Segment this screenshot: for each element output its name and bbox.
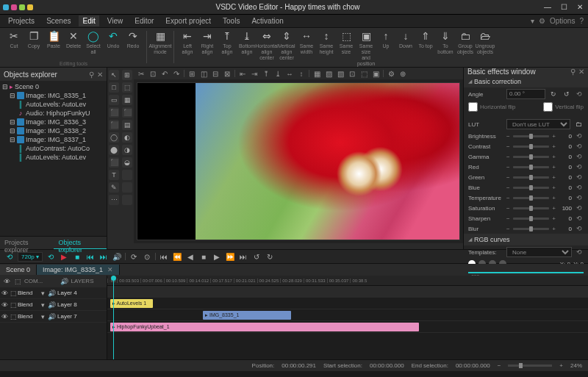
refresh-icon[interactable]: ⟲: [4, 251, 15, 262]
edit-tool[interactable]: ⤓: [273, 69, 282, 78]
tool-3[interactable]: ⬛: [122, 107, 132, 118]
blue-slider[interactable]: [513, 187, 550, 189]
gamma-reset[interactable]: ⟲: [575, 153, 584, 160]
lut-select[interactable]: Don't use LUT: [506, 119, 570, 129]
tree-item[interactable]: ⊟ Image: IMG_8336_3: [2, 118, 104, 126]
panel-pin-icon[interactable]: ⚲: [89, 71, 94, 79]
copy-button[interactable]: ❐Copy: [24, 29, 43, 55]
tool-7[interactable]: ⬛: [109, 157, 119, 168]
playhead[interactable]: [113, 276, 114, 359]
tool-9[interactable]: ✎: [109, 182, 119, 193]
edit-tool[interactable]: ⊠: [223, 69, 232, 78]
edit-tool[interactable]: ⤒: [262, 69, 270, 78]
edit-tool[interactable]: ⊡: [348, 69, 356, 78]
playback-btn-12[interactable]: ▶: [212, 251, 222, 262]
tool-2[interactable]: ▦: [122, 95, 132, 105]
close-button[interactable]: ✕: [575, 2, 585, 12]
up-button[interactable]: ↑Up: [376, 29, 395, 67]
down-button[interactable]: ↓Down: [396, 29, 415, 67]
tree-item[interactable]: ⊟ Image: IMG_8337_1: [2, 135, 104, 144]
tool-6[interactable]: ⬤: [109, 145, 119, 155]
preview-scrollbar[interactable]: [134, 243, 463, 249]
playback-btn-8[interactable]: ⏮: [159, 251, 169, 262]
to-top-button[interactable]: ⇑To top: [416, 29, 435, 67]
menu-view[interactable]: View: [104, 15, 127, 26]
sharpen-reset[interactable]: ⟲: [575, 215, 584, 222]
undo-button[interactable]: ↶Undo: [104, 29, 123, 55]
delete-button[interactable]: ✕Delete: [64, 29, 83, 55]
blur-slider[interactable]: [513, 228, 550, 230]
cut-button[interactable]: ✂Cut: [4, 29, 24, 55]
help-icon[interactable]: ?: [579, 17, 584, 25]
tool-5[interactable]: ◯: [109, 132, 119, 143]
saturation-slider[interactable]: [513, 207, 550, 209]
zoom-slider[interactable]: [508, 365, 552, 367]
playback-btn-7[interactable]: ⊙: [142, 251, 152, 262]
top-align-button[interactable]: ⤒Top align: [218, 29, 237, 67]
preview-viewport[interactable]: [134, 79, 463, 243]
track-header[interactable]: 👁⬚Blend▾🔊Layer 8: [0, 299, 107, 311]
green-slider[interactable]: [513, 176, 550, 179]
red-slider[interactable]: [513, 166, 550, 168]
panel-close-icon[interactable]: ✕: [97, 71, 103, 79]
edit-tool[interactable]: ▦: [312, 69, 321, 78]
tool-7[interactable]: ◒: [122, 157, 132, 168]
edit-tool[interactable]: ▧: [336, 69, 345, 78]
tree-item[interactable]: ║ AutoLevels: AutoLev: [2, 100, 104, 109]
angle-input[interactable]: 0.00 °: [506, 89, 545, 99]
explorer-tab[interactable]: Objects explorer: [54, 237, 107, 249]
menu-activation[interactable]: Activation: [248, 15, 287, 26]
hflip-checkbox[interactable]: Horizontal flip: [468, 102, 515, 112]
edit-tool[interactable]: ⇤: [238, 69, 247, 78]
section-basic[interactable]: Basic correction: [464, 76, 588, 87]
track-lane[interactable]: ▸ AutoLevels 1: [107, 298, 588, 309]
options-link[interactable]: Options: [550, 17, 575, 25]
green-reset[interactable]: ⟲: [575, 173, 584, 181]
track-header[interactable]: 👁⬚Blend▾🔊Layer 4: [0, 287, 107, 299]
tree-item[interactable]: ║ AutoLevels: AutoLev: [2, 153, 104, 162]
tool-0[interactable]: ⊞: [122, 70, 132, 80]
tool-8[interactable]: [122, 170, 132, 180]
menu-projects[interactable]: Projects: [4, 15, 38, 26]
eye-icon[interactable]: 👁: [0, 301, 9, 309]
menu-scenes[interactable]: Scenes: [43, 15, 74, 26]
tool-10[interactable]: ⋯: [109, 195, 119, 205]
left-align-button[interactable]: ⇤Left align: [178, 29, 197, 67]
contrast-reset[interactable]: ⟲: [575, 143, 584, 150]
clip[interactable]: ▸ IMG_8335_1: [203, 311, 291, 320]
tree-scene[interactable]: ⊟ ▸ Scene 0: [2, 82, 104, 91]
tool-5[interactable]: ◐: [122, 132, 132, 143]
panel-close-icon[interactable]: ✕: [578, 68, 584, 76]
rotate-ccw-icon[interactable]: ↺: [562, 89, 572, 99]
edit-tool[interactable]: ⊟: [211, 69, 220, 78]
alignment-mode-button[interactable]: ▦Alignment mode: [151, 29, 170, 55]
track-lane[interactable]: ▸ IMG_8335_1: [107, 309, 588, 321]
rotate-cw-icon[interactable]: ↻: [548, 89, 559, 99]
playback-btn-13[interactable]: ⏩: [225, 251, 235, 262]
bottom-align-button[interactable]: ⤓Bottom align: [237, 29, 257, 67]
to-bottom-button[interactable]: ⇓To bottom: [436, 29, 455, 67]
vflip-checkbox[interactable]: Vertical flip: [543, 102, 584, 112]
saturation-reset[interactable]: ⟲: [575, 204, 584, 212]
tree-item[interactable]: ⊟ Image: IMG_8338_2: [2, 126, 104, 135]
tool-4[interactable]: ▤: [122, 120, 132, 130]
edit-tool[interactable]: ⚙: [387, 69, 395, 78]
menu-tools[interactable]: Tools: [219, 15, 243, 26]
edit-tool[interactable]: ↔: [285, 69, 294, 78]
playback-btn-11[interactable]: ■: [198, 251, 209, 262]
tool-6[interactable]: ◑: [122, 145, 132, 155]
playback-btn-1[interactable]: ▶: [59, 251, 69, 262]
tree-item[interactable]: ⊟ Image: IMG_8335_1: [2, 91, 104, 100]
angle-reset[interactable]: ⟲: [575, 90, 584, 98]
resolution-select[interactable]: 720p ▾: [18, 252, 43, 262]
same-width-button[interactable]: ↔Same width: [297, 29, 316, 67]
edit-tool[interactable]: ⇥: [250, 69, 259, 78]
edit-tool[interactable]: ↷: [172, 69, 181, 78]
redo-button[interactable]: ↷Redo: [123, 29, 143, 55]
edit-tool[interactable]: ⬚: [359, 69, 368, 78]
blue-reset[interactable]: ⟲: [575, 184, 584, 191]
clip[interactable]: ▸ HiphopFunkyUpbeat_1: [110, 323, 419, 331]
same-size-button[interactable]: ⬚Same size: [337, 29, 356, 67]
edit-tool[interactable]: ▨: [324, 69, 333, 78]
right-align-button[interactable]: ⇥Right align: [198, 29, 217, 67]
